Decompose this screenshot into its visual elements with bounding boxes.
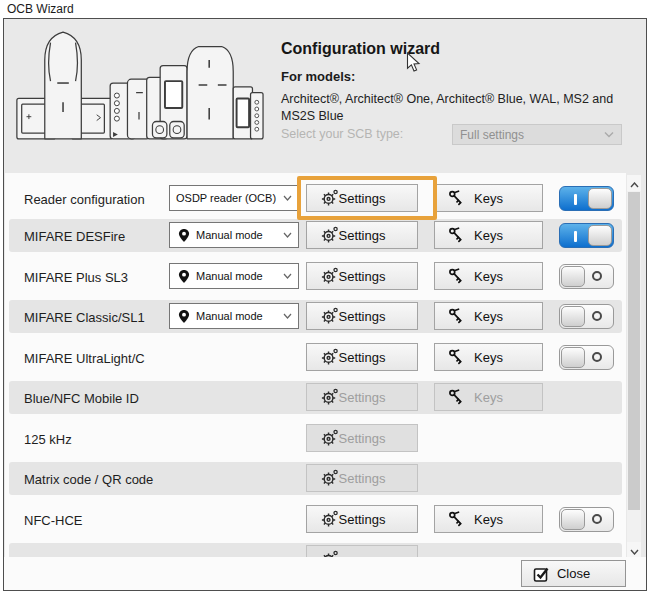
- scrollbar[interactable]: [627, 175, 641, 558]
- row-label: Matrix code / QR code: [24, 471, 153, 486]
- keys-button: Keys: [434, 383, 543, 411]
- scrollbar-thumb[interactable]: [628, 192, 640, 510]
- enable-toggle[interactable]: [559, 304, 614, 329]
- ocb-wizard-dialog: Configuration wizard For models: Archite…: [3, 18, 647, 591]
- config-row: MIFARE Plus SL3 Manual mode: [9, 260, 622, 293]
- models-list: Architect®, Architect® One, Architect® B…: [281, 91, 633, 124]
- row-label: MIFARE DESFire: [24, 228, 125, 243]
- settings-button[interactable]: Settings: [306, 262, 418, 290]
- toggle-off-mark: [592, 514, 602, 524]
- toggle-off-mark: [592, 311, 602, 321]
- keys-icon: [448, 389, 464, 405]
- config-row: [9, 543, 622, 558]
- row-label: Reader configuration: [24, 191, 145, 206]
- chevron-down-icon: [283, 313, 292, 319]
- row-label: MIFARE UltraLight/C: [24, 350, 145, 365]
- config-row: MIFARE DESFire Manual mode: [9, 219, 622, 252]
- config-row: Reader configuration OSDP reader (OCB): [9, 182, 622, 215]
- keys-icon: [448, 268, 464, 284]
- close-button[interactable]: Close: [521, 560, 626, 587]
- cursor-arrow-icon: [406, 52, 421, 73]
- keys-icon: [448, 349, 464, 365]
- gear-icon: [320, 388, 339, 407]
- toggle-knob: [561, 266, 585, 287]
- scb-type-label: Select your SCB type:: [281, 127, 403, 141]
- gear-icon: [320, 226, 339, 245]
- settings-button: Settings: [306, 424, 418, 452]
- mode-dropdown[interactable]: Manual mode: [169, 222, 299, 248]
- enable-toggle[interactable]: [559, 345, 614, 370]
- chevron-up-icon: [630, 174, 639, 192]
- gear-icon: [320, 189, 339, 208]
- gear-icon: [320, 267, 339, 286]
- config-row: NFC-HCE Settings: [9, 503, 622, 536]
- mode-dropdown[interactable]: Manual mode: [169, 303, 299, 329]
- keys-icon: [448, 227, 464, 243]
- toggle-off-mark: [592, 271, 602, 281]
- keys-button[interactable]: Keys: [434, 302, 543, 330]
- enable-toggle[interactable]: [559, 223, 614, 248]
- chevron-down-icon: [283, 273, 292, 279]
- row-label: MIFARE Plus SL3: [24, 269, 128, 284]
- keys-button[interactable]: Keys: [434, 262, 543, 290]
- chevron-down-icon: [604, 131, 614, 138]
- toggle-knob: [588, 225, 612, 246]
- keys-button[interactable]: Keys: [434, 184, 543, 212]
- map-pin-icon: [178, 228, 190, 243]
- chevron-down-icon: [283, 195, 292, 201]
- row-label: 125 kHz: [24, 431, 72, 446]
- keys-button[interactable]: Keys: [434, 221, 543, 249]
- toggle-knob: [561, 347, 585, 368]
- scroll-down-button[interactable]: [627, 542, 641, 558]
- keys-icon: [448, 308, 464, 324]
- settings-button[interactable]: Settings: [306, 302, 418, 330]
- gear-icon: [320, 469, 339, 488]
- config-row: Blue/NFC Mobile ID Settings: [9, 381, 622, 414]
- keys-button[interactable]: Keys: [434, 505, 543, 533]
- gear-icon: [320, 307, 339, 326]
- settings-button[interactable]: Settings: [306, 221, 418, 249]
- scb-type-value: Full settings: [460, 128, 524, 142]
- toggle-knob: [561, 509, 585, 530]
- enable-toggle[interactable]: [559, 264, 614, 289]
- mode-dropdown[interactable]: Manual mode: [169, 263, 299, 289]
- row-label: Blue/NFC Mobile ID: [24, 390, 139, 405]
- settings-button[interactable]: Settings: [306, 343, 418, 371]
- config-row: Matrix code / QR code Settings: [9, 462, 622, 495]
- toggle-off-mark: [592, 352, 602, 362]
- keys-icon: [448, 190, 464, 206]
- mode-dropdown[interactable]: OSDP reader (OCB): [169, 185, 299, 211]
- gear-icon: [320, 348, 339, 367]
- settings-button: Settings: [306, 383, 418, 411]
- gear-icon: [320, 510, 339, 529]
- mode-value: Manual mode: [196, 270, 263, 282]
- map-pin-icon: [178, 309, 190, 324]
- settings-button[interactable]: Settings: [306, 184, 418, 212]
- settings-button[interactable]: Settings: [306, 505, 418, 533]
- gear-icon: [320, 429, 339, 448]
- keys-button[interactable]: Keys: [434, 343, 543, 371]
- toggle-on-mark: [574, 194, 577, 205]
- config-row: MIFARE Classic/SL1 Manual mode: [9, 300, 622, 333]
- enable-toggle[interactable]: [559, 186, 614, 211]
- models-label: For models:: [281, 69, 355, 84]
- checkbox-check-icon: [533, 565, 551, 583]
- reader-devices-illustration: [14, 25, 264, 143]
- mode-value: Manual mode: [196, 310, 263, 322]
- chevron-down-icon: [283, 232, 292, 238]
- footer: Close: [4, 557, 646, 590]
- config-row: 125 kHz Settings: [9, 422, 622, 455]
- protocol-list: Reader configuration OSDP reader (OCB): [5, 173, 626, 558]
- row-label: NFC-HCE: [24, 512, 83, 527]
- window-title: OCB Wizard: [7, 2, 74, 16]
- enable-toggle[interactable]: [559, 507, 614, 532]
- scroll-up-button[interactable]: [627, 175, 641, 191]
- toggle-on-mark: [574, 231, 577, 242]
- scb-type-dropdown: Full settings: [452, 124, 622, 145]
- mode-value: OSDP reader (OCB): [176, 192, 276, 204]
- mode-value: Manual mode: [196, 229, 263, 241]
- map-pin-icon: [178, 269, 190, 284]
- header: Configuration wizard For models: Archite…: [4, 19, 646, 173]
- settings-button: Settings: [306, 464, 418, 492]
- keys-icon: [448, 511, 464, 527]
